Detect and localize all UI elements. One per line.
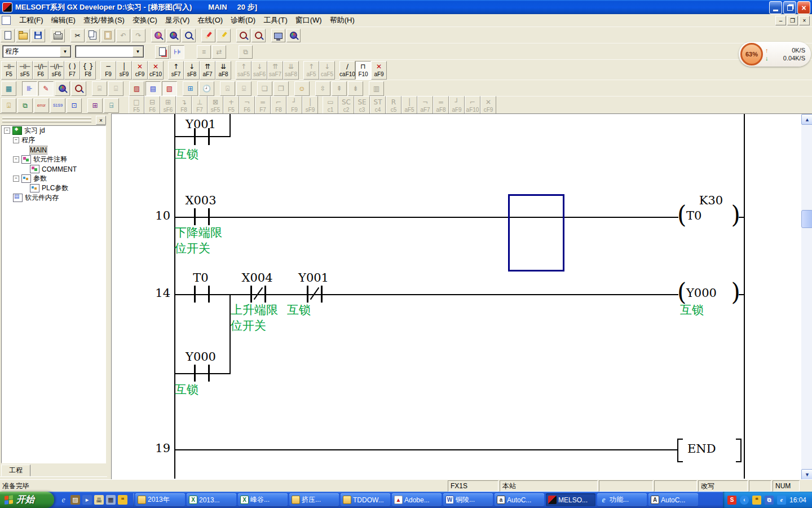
device-combobox[interactable]: ▼ [75,45,144,58]
sfc-st-button[interactable]: STc4 [370,96,386,115]
undo-button[interactable]: ↶ [116,29,130,42]
chevron-down-icon[interactable]: ▼ [60,46,70,57]
edit-cursor[interactable] [508,194,564,271]
menu-window[interactable]: 窗口(W) [292,14,326,27]
menu-convert[interactable]: 变换(C) [129,14,161,27]
sfc-sc-button[interactable]: SCc2 [338,96,354,115]
open-button[interactable] [16,29,30,42]
block-list-button[interactable]: ⊞ [87,98,103,113]
show-desktop-icon[interactable]: ▨ [70,495,80,505]
transfer-setup-button[interactable] [271,29,285,42]
open-contact-button[interactable]: ⊣⊢F5 [1,61,17,80]
chevron-down-icon[interactable]: ▼ [133,46,143,57]
rising-pulse-button[interactable]: ↑sF7 [168,61,184,80]
mdi-close-button[interactable]: × [799,16,810,25]
pulse-open-branch-button[interactable]: ⇈saF7 [267,61,283,80]
task-adobe[interactable]: ▲Adobe... [392,493,442,506]
block-copy-button[interactable]: ⧉ [17,98,33,113]
program-combobox[interactable]: 程序 ▼ [2,45,72,58]
contact-t0[interactable] [194,286,210,303]
sfc-vline-draw-button[interactable]: │aF5 [401,96,417,115]
delete-hline-button[interactable]: ✕cF9 [132,61,148,80]
pulse-result-button[interactable]: ⊓F10 [355,61,371,80]
tree-item-comment[interactable]: COMMENT [2,164,105,174]
copy-button[interactable] [86,29,100,42]
menu-online[interactable]: 在线(O) [193,14,227,27]
closed-branch-button[interactable]: ⊣/⊢sF6 [48,61,64,80]
mdi-child-icon[interactable] [2,16,11,25]
statement-display-button[interactable]: ▤ [145,81,161,96]
find-button[interactable] [151,29,165,42]
monitor-stop-button[interactable]: ⌺ [108,81,123,96]
closed-contact-button[interactable]: ⊣/⊢F6 [33,61,48,80]
ie-quicklaunch-icon[interactable]: e [59,495,68,505]
sfc-vline-button[interactable]: │sF9 [302,96,318,115]
sfc-sel-branch-button[interactable]: +F5 [223,96,239,115]
close-button[interactable]: × [797,1,810,14]
coil-t0[interactable]: T0 [677,205,740,229]
scroll-up-button[interactable]: ▲ [801,114,812,125]
step-number-button[interactable]: S1S9 [50,98,65,113]
rising-pulse-branch-button[interactable]: ⇈aF7 [200,61,215,80]
sfc-step-down-button[interactable]: ⍌ [236,81,251,96]
chat-tray-icon[interactable]: ❝ [752,496,761,505]
open-branch-button[interactable]: ⊣⊢sF5 [17,61,33,80]
panel-close-button[interactable]: × [96,116,106,125]
new-button[interactable] [1,29,15,42]
macro-button[interactable] [155,45,169,59]
zoom-row-button[interactable]: ⇳ [315,81,330,96]
contact-y001-branch[interactable] [194,128,210,145]
pulse-open-button[interactable]: ↑saF5 [236,61,251,80]
tree-item-device-memory[interactable]: 软元件内存 [2,193,105,203]
sfc-delete-line-button[interactable]: ✕cF9 [480,96,496,115]
menu-edit[interactable]: 编辑(E) [47,14,80,27]
media-player-icon[interactable]: ▸ [82,495,92,505]
window-cascade-button[interactable]: ❐ [273,81,289,96]
collapse-icon[interactable]: − [13,137,19,143]
menu-project[interactable]: 工程(F) [15,14,47,27]
save-button[interactable] [31,29,45,42]
sogou-tray-icon[interactable]: S [727,496,736,505]
end-instruction[interactable]: END [677,439,742,461]
contact-y001-nc[interactable] [307,286,323,303]
sfc-par-branch-button[interactable]: ¬F6 [239,96,255,115]
project-tab[interactable]: 工程 [1,465,30,476]
circuit-zoom-button[interactable] [236,29,250,42]
minimize-button[interactable] [769,1,782,14]
vertical-line-button[interactable]: │sF9 [116,61,132,80]
list-ladder-button[interactable]: ⇄ [212,45,226,59]
list-view-button[interactable]: ▥ [369,81,384,96]
note-display-button[interactable]: ▧ [162,81,177,96]
menu-diagnostics[interactable]: 诊断(D) [227,14,259,27]
task-melsoft-active[interactable]: MELSO... [546,493,595,506]
zoom-col-button[interactable]: ⇞ [332,81,347,96]
clock-setting-button[interactable]: 🕘 [199,81,214,96]
falling-pulse-button[interactable]: ↓sF8 [184,61,200,80]
contact-x004-nc[interactable] [250,286,266,303]
error-jump-button[interactable]: error [34,98,49,113]
sfc-transition-button[interactable]: ⊥F7 [192,96,208,115]
ladder-editor[interactable]: Y001 互锁 10 X003 下降端限 位开关 K30 T0 14 T0 X0… [111,113,802,480]
find-device-button[interactable] [166,29,180,42]
pulse-close-button[interactable]: ↓saF6 [251,61,267,80]
vertical-scrollbar[interactable]: ▲ ▼ [801,113,812,480]
sfc-se-button[interactable]: SEc3 [354,96,370,115]
menu-view[interactable]: 显示(V) [161,14,193,27]
monitor-mode-button[interactable] [71,81,86,96]
ladder-list-button[interactable]: ≡ [197,45,211,59]
block-info-button[interactable]: ⍈ [104,98,119,113]
scrollbar-thumb[interactable] [801,210,812,228]
sfc-r-button[interactable]: Rc5 [386,96,401,115]
task-tongling-word[interactable]: W铜陵... [443,493,493,506]
circuit-zoom2-button[interactable] [251,29,266,42]
falling-pulse-branch-button[interactable]: ⇊aF8 [215,61,231,80]
row-edit-button[interactable]: ⇟ [348,81,363,96]
contact-y000-branch[interactable] [194,365,210,382]
sfc-end-step-button[interactable]: ⊞sF6 [160,96,176,115]
comment-edit-button[interactable] [201,29,215,42]
device-test-button[interactable]: ⊞ [183,81,198,96]
sfc-step-up-button[interactable]: ⍓ [220,81,235,96]
help-find-button[interactable]: ☺ [294,81,310,96]
delete-vline-button[interactable]: ✕cF10 [148,61,164,80]
menu-tools[interactable]: 工具(T) [259,14,292,27]
